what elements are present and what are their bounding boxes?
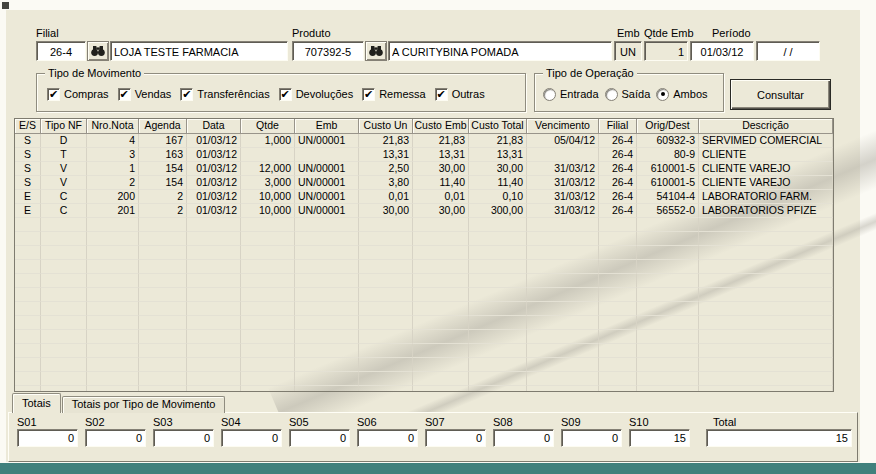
table-row[interactable]: SD416701/03/121,000UN/0000121,8321,8321,… [15, 134, 833, 148]
cell: 80-9 [637, 148, 699, 162]
cell-empty [87, 386, 139, 392]
cell-empty [241, 246, 295, 260]
checkbox-option[interactable]: ✔Devoluções [279, 88, 353, 101]
table-row[interactable]: EC200201/03/1210,000UN/000010,010,010,10… [15, 190, 833, 204]
cell-empty [87, 260, 139, 274]
produto-name-input[interactable] [388, 41, 612, 61]
cell-empty [637, 372, 699, 386]
cell-empty [187, 358, 241, 372]
cell-empty [15, 316, 41, 330]
column-header[interactable]: Custo Total [469, 119, 527, 134]
column-header[interactable]: Agenda [139, 119, 187, 134]
cell-empty [87, 274, 139, 288]
column-header[interactable]: Nro.Nota [87, 119, 139, 134]
table-row[interactable]: ST316301/03/1213,3113,3113,3126-480-9CLI… [15, 148, 833, 162]
column-header[interactable]: Vencimento [527, 119, 599, 134]
cell-empty [41, 330, 87, 344]
radio[interactable] [543, 88, 556, 101]
produto-search-button[interactable] [365, 41, 387, 61]
totals-value: 0 [17, 429, 78, 447]
cell-empty [15, 246, 41, 260]
checkbox-option[interactable]: ✔Outras [435, 88, 485, 101]
cell-empty [41, 274, 87, 288]
cell-empty [637, 288, 699, 302]
checkbox-option[interactable]: ✔Remessa [362, 88, 425, 101]
cell-empty [41, 316, 87, 330]
checkbox-option[interactable]: ✔Vendas [118, 88, 172, 101]
radio-option[interactable]: Ambos [656, 88, 707, 101]
column-header[interactable]: Qtde [241, 119, 295, 134]
totals-value: 0 [85, 429, 146, 447]
checkbox[interactable]: ✔ [279, 88, 292, 101]
radio[interactable] [605, 88, 618, 101]
radio[interactable] [656, 88, 669, 101]
movimento-group-title: Tipo de Movimento [45, 66, 144, 80]
cell-empty [187, 330, 241, 344]
cell-empty [599, 232, 637, 246]
cell: 2 [87, 176, 139, 190]
checkbox[interactable]: ✔ [118, 88, 131, 101]
cell-empty [139, 232, 187, 246]
checkbox-label: Compras [64, 88, 109, 100]
cell-empty [241, 260, 295, 274]
cell-empty [413, 288, 469, 302]
table-row[interactable]: SV115401/03/1212,000UN/000012,5030,0030,… [15, 162, 833, 176]
radio-option[interactable]: Saída [605, 88, 651, 101]
column-header[interactable]: Custo Un [359, 119, 413, 134]
table-row-empty [15, 288, 833, 302]
cell: 11,40 [413, 176, 469, 190]
checkbox[interactable]: ✔ [47, 88, 60, 101]
qtde-emb-label: Qtde Emb [644, 27, 694, 39]
cell-empty [41, 302, 87, 316]
checkbox-option[interactable]: ✔Compras [47, 88, 109, 101]
cell: 60932-3 [637, 134, 699, 148]
totals-values-row: 0000000001515 [17, 429, 852, 447]
column-header[interactable]: Custo Emb [413, 119, 469, 134]
table-row[interactable]: EC201201/03/1210,000UN/0000130,0030,0030… [15, 204, 833, 218]
checkbox-option[interactable]: ✔Transferências [180, 88, 269, 101]
column-header[interactable]: Data [187, 119, 241, 134]
cell: 01/03/12 [187, 204, 241, 218]
totals-label: S10 [629, 416, 697, 428]
periodo-end-field[interactable] [756, 41, 820, 61]
cell-empty [637, 358, 699, 372]
cell: 3,80 [359, 176, 413, 190]
table-row-empty [15, 344, 833, 358]
column-header[interactable]: Emb [295, 119, 359, 134]
cell: 163 [139, 148, 187, 162]
checkbox[interactable]: ✔ [362, 88, 375, 101]
cell-empty [241, 372, 295, 386]
operacao-options: EntradaSaídaAmbos [543, 79, 708, 109]
column-header[interactable]: E/S [15, 119, 41, 134]
tab-totais[interactable]: Totais [12, 393, 61, 413]
consultar-button[interactable]: Consultar [730, 79, 831, 110]
column-header[interactable]: Descrição [699, 119, 833, 134]
cell-empty [637, 218, 699, 232]
cell-empty [599, 260, 637, 274]
totals-value: 0 [289, 429, 350, 447]
column-header[interactable]: Tipo NF [41, 119, 87, 134]
periodo-start-field[interactable] [690, 41, 754, 61]
filial-search-button[interactable] [87, 41, 109, 61]
tab-totais-por-tipo-de-movimento[interactable]: Totais por Tipo de Movimento [62, 396, 226, 413]
cell-empty [187, 344, 241, 358]
filial-label: Filial [36, 27, 59, 39]
filial-name-input[interactable] [110, 41, 288, 61]
cell-empty [87, 218, 139, 232]
radio-option[interactable]: Entrada [543, 88, 599, 101]
totals-label: S04 [221, 416, 289, 428]
column-header[interactable]: Orig/Dest [637, 119, 699, 134]
cell: 30,00 [413, 204, 469, 218]
checkbox[interactable]: ✔ [435, 88, 448, 101]
totals-label: Total [713, 416, 736, 428]
cell-empty [41, 260, 87, 274]
cell-empty [295, 316, 359, 330]
cell: 30,00 [359, 204, 413, 218]
cell-empty [599, 288, 637, 302]
column-header[interactable]: Filial [599, 119, 637, 134]
filial-code-input[interactable] [36, 41, 86, 61]
checkbox[interactable]: ✔ [180, 88, 193, 101]
table-row[interactable]: SV215401/03/123,000UN/000013,8011,4011,4… [15, 176, 833, 190]
produto-code-input[interactable] [292, 41, 364, 61]
cell-empty [139, 302, 187, 316]
